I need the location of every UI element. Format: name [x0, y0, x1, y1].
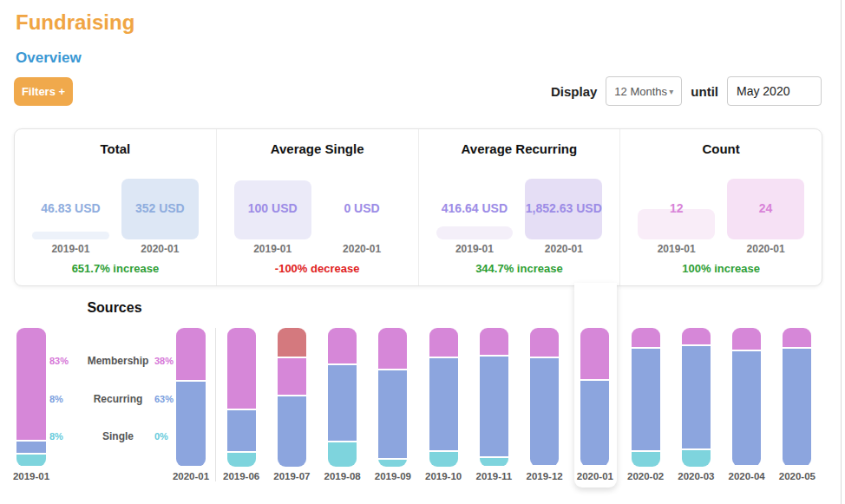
- bar-segment-membership: [328, 328, 357, 363]
- bar-segment-recurring: [480, 357, 508, 456]
- month-column-2019-11[interactable]: 2019-11: [468, 328, 519, 481]
- stat-date: 2020-01: [324, 243, 401, 255]
- comparison-label-right: 2020-01: [162, 471, 219, 481]
- month-column-2020-05[interactable]: 2020-05: [772, 328, 822, 481]
- legend-single: Single: [80, 430, 156, 442]
- sources-title: Sources: [14, 300, 215, 316]
- month-column-2019-10[interactable]: 2019-10: [418, 328, 468, 481]
- bar-segment-single: [16, 455, 46, 466]
- bar-segment-recurring: [328, 365, 357, 441]
- month-bar[interactable]: [682, 328, 711, 467]
- month-bar[interactable]: [278, 328, 306, 467]
- filters-button[interactable]: Filters +: [14, 77, 73, 106]
- stats-summary-panel: Total 46.83 USD 352 USD 2019-01 2020-01 …: [14, 128, 822, 286]
- stat-value: 0 USD: [317, 201, 408, 215]
- month-bar[interactable]: [530, 328, 559, 467]
- bar-segment-membership: [580, 328, 609, 379]
- single-left-pct: 8%: [49, 431, 82, 442]
- recurring-left-pct: 8%: [49, 394, 82, 404]
- display-range-value: 12 Months: [614, 85, 667, 98]
- month-column-2020-03[interactable]: 2020-03: [671, 328, 721, 481]
- display-range-select[interactable]: 12 Months ▾: [606, 76, 682, 106]
- month-column-2019-06[interactable]: 2019-06: [216, 328, 266, 481]
- stat-date: 2019-01: [32, 243, 109, 255]
- month-label: 2019-07: [273, 471, 310, 481]
- display-controls: Display 12 Months ▾ until: [551, 76, 822, 106]
- month-bar[interactable]: [227, 328, 256, 467]
- page-title: Fundraising: [16, 10, 134, 35]
- bar-segment-single: [328, 442, 357, 467]
- month-column-2019-09[interactable]: 2019-09: [368, 328, 418, 481]
- bar-segment-recurring: [783, 349, 811, 465]
- recurring-right-pct: 63%: [154, 394, 187, 404]
- stat-date: 2019-01: [638, 243, 715, 255]
- stat-value: 352 USD: [115, 201, 206, 215]
- until-label: until: [691, 84, 718, 99]
- chevron-down-icon: ▾: [669, 87, 673, 96]
- month-bar[interactable]: [732, 328, 761, 467]
- comparison-label-left: 2019-01: [3, 471, 60, 481]
- month-bar[interactable]: [480, 328, 508, 467]
- bar-segment-single: [632, 452, 660, 467]
- stat-bar: [436, 226, 514, 239]
- month-label: 2020-01: [577, 471, 613, 481]
- bar-segment-recurring: [530, 358, 559, 465]
- month-bar[interactable]: [632, 328, 660, 467]
- bar-segment-single: [682, 450, 711, 467]
- single-right-pct: 0%: [154, 431, 187, 442]
- month-label: 2019-09: [375, 471, 411, 481]
- stat-card-total: Total 46.83 USD 352 USD 2019-01 2020-01 …: [15, 129, 216, 285]
- bar-segment-single: [378, 460, 407, 467]
- stat-card-count: Count 12 24 2019-01 2020-01 100% increas…: [619, 129, 822, 285]
- month-column-2019-12[interactable]: 2019-12: [520, 328, 570, 481]
- bar-segment-membership: [682, 328, 711, 344]
- month-column-2019-07[interactable]: 2019-07: [266, 328, 317, 481]
- bar-segment-recurring: [632, 349, 660, 450]
- bar-segment-membership: [530, 328, 559, 357]
- monthly-bars: 2019-062019-072019-082019-092019-102019-…: [216, 328, 822, 481]
- membership-right-pct: 38%: [154, 356, 187, 366]
- stat-change: 100% increase: [620, 262, 822, 275]
- fundraising-dashboard: Fundraising Overview Filters + Display 1…: [0, 0, 845, 504]
- month-column-2020-01[interactable]: 2020-01: [570, 328, 620, 481]
- month-label: 2019-12: [527, 471, 563, 481]
- month-column-2020-02[interactable]: 2020-02: [620, 328, 671, 481]
- stat-date: 2020-01: [727, 243, 804, 255]
- bar-segment-membership: [378, 328, 407, 369]
- stat-title: Average Single: [217, 141, 418, 156]
- month-label: 2019-08: [324, 471, 361, 481]
- stat-title: Average Recurring: [419, 141, 620, 156]
- month-bar[interactable]: [783, 328, 811, 467]
- month-column-2020-04[interactable]: 2020-04: [722, 328, 772, 481]
- bar-segment-single: [480, 458, 508, 466]
- bar-segment-membership: [632, 328, 660, 347]
- display-label: Display: [551, 84, 597, 99]
- month-label: 2020-04: [729, 471, 765, 481]
- stat-bar: [32, 232, 109, 239]
- sources-comparison: 83% Membership 38% 8% Recurring 63% 8% S…: [14, 328, 215, 484]
- stat-value: 1,852.63 USD: [518, 201, 609, 215]
- stat-date: 2019-01: [436, 243, 514, 255]
- stat-date: 2020-01: [525, 243, 602, 255]
- bar-segment-recurring: [429, 358, 458, 450]
- until-date-input[interactable]: [727, 76, 822, 106]
- stat-title: Count: [620, 141, 822, 156]
- month-bar[interactable]: [328, 328, 357, 467]
- stat-value: 24: [720, 201, 811, 215]
- stat-change: 344.7% increase: [419, 262, 620, 275]
- month-label: 2020-02: [627, 471, 664, 481]
- month-label: 2020-03: [678, 471, 714, 481]
- bar-segment-recurring: [278, 396, 306, 467]
- stat-value: 46.83 USD: [25, 201, 116, 215]
- bar-segment-recurring: [378, 370, 407, 458]
- month-bar[interactable]: [580, 328, 609, 467]
- bar-segment-single: [429, 452, 458, 467]
- page-right-border: [841, 0, 842, 504]
- month-column-2019-08[interactable]: 2019-08: [318, 328, 368, 481]
- month-bar[interactable]: [378, 328, 407, 467]
- bar-segment-single: [227, 453, 256, 467]
- legend-recurring: Recurring: [80, 393, 156, 405]
- bar-segment-membership: [278, 358, 306, 395]
- month-bar[interactable]: [429, 328, 458, 467]
- bar-segment-membership: [227, 328, 256, 409]
